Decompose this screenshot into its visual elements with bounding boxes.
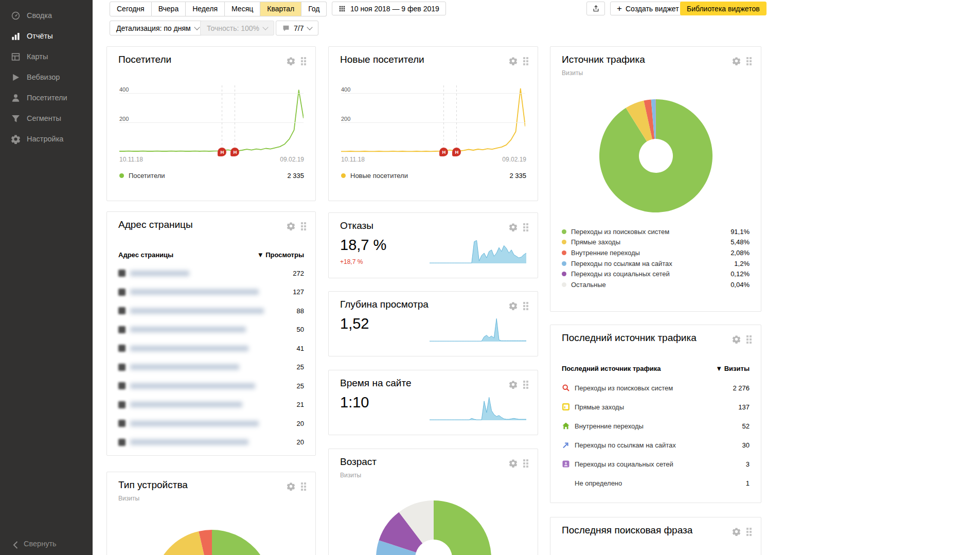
date-range-button[interactable]: 10 ноя 2018 — 9 фев 2019 xyxy=(332,2,446,15)
last-source-row[interactable]: Переходы из социальных сетей3 xyxy=(562,458,750,470)
widget-drag-handle[interactable] xyxy=(523,302,528,310)
period-tab-квартал[interactable]: Квартал xyxy=(260,2,301,16)
sidebar-item-settings[interactable]: Настройка xyxy=(0,129,93,149)
internal-icon xyxy=(562,422,570,430)
accuracy-dropdown[interactable]: Точность: 100% xyxy=(200,21,274,35)
sidebar-item-webvisor[interactable]: Вебвизор xyxy=(0,67,93,87)
annotation-marker[interactable]: Н xyxy=(218,148,226,156)
chart-legend[interactable]: Новые посетители 2 335 xyxy=(341,172,526,180)
period-tab-неделя[interactable]: Неделя xyxy=(186,2,225,16)
views-value: 21 xyxy=(297,401,304,408)
widget-settings-icon[interactable] xyxy=(509,380,518,389)
y-axis-tick-label: 200 xyxy=(119,116,129,122)
annotation-marker[interactable]: Н xyxy=(452,148,461,156)
annotation-marker[interactable]: Н xyxy=(439,148,448,156)
page-url-row[interactable]: 25 xyxy=(118,378,304,393)
legend-item[interactable]: Переходы из социальных сетей0,12% xyxy=(562,268,750,279)
source-label: Переходы по ссылкам на сайтах xyxy=(575,441,676,449)
widget-settings-icon[interactable] xyxy=(509,459,518,468)
legend-value: 91,1% xyxy=(730,228,750,236)
page-url-row[interactable]: 20 xyxy=(118,416,304,431)
legend-label: Остальные xyxy=(571,281,730,289)
widget-drag-handle[interactable] xyxy=(523,57,528,65)
legend-label: Внутренние переходы xyxy=(571,249,730,257)
legend-item[interactable]: Переходы по ссылкам на сайтах1,2% xyxy=(562,258,750,269)
page-url-row[interactable]: 127 xyxy=(118,284,304,300)
last-source-row[interactable]: Переходы из поисковых систем2 276 xyxy=(562,382,750,394)
legend-value: 5,48% xyxy=(730,238,750,246)
column-header-views[interactable]: ▼ Просмотры xyxy=(257,251,304,259)
page-url-row[interactable]: 272 xyxy=(118,265,304,281)
export-button[interactable] xyxy=(586,2,605,15)
source-label: Переходы из социальных сетей xyxy=(575,460,673,468)
page-url-row[interactable]: 20 xyxy=(118,435,304,450)
widget-drag-handle[interactable] xyxy=(746,335,752,344)
widget-settings-icon[interactable] xyxy=(509,301,518,310)
sidebar-item-maps[interactable]: Карты xyxy=(0,46,93,67)
widget-drag-handle[interactable] xyxy=(746,528,752,536)
sidebar-item-reports[interactable]: Отчёты xyxy=(0,26,93,46)
column-header-visits[interactable]: ▼ Визиты xyxy=(716,365,750,372)
time-on-site-value: 1:10 xyxy=(340,394,369,411)
last-source-row[interactable]: Не определено1 xyxy=(562,477,750,489)
goals-dropdown[interactable]: 7/7 xyxy=(276,21,318,35)
depth-widget: Глубина просмотра 1,52 xyxy=(328,291,538,356)
sidebar-item-segments[interactable]: Сегменты xyxy=(0,108,93,129)
period-tab-месяц[interactable]: Месяц xyxy=(225,2,260,16)
legend-item[interactable]: Переходы из поисковых систем91,1% xyxy=(562,226,750,237)
widget-subtitle: Визиты xyxy=(118,495,139,502)
depth-sparkline xyxy=(430,316,526,342)
page-url-row[interactable]: 21 xyxy=(118,397,304,413)
widget-drag-handle[interactable] xyxy=(301,222,306,230)
legend-item[interactable]: Прямые заходы5,48% xyxy=(562,237,750,248)
widget-settings-icon[interactable] xyxy=(732,335,741,344)
annotation-marker[interactable]: Н xyxy=(230,148,239,156)
widget-title: Глубина просмотра xyxy=(340,299,429,310)
widget-settings-icon[interactable] xyxy=(732,527,741,536)
period-tab-вчера[interactable]: Вчера xyxy=(152,2,186,16)
last-source-row[interactable]: Переходы по ссылкам на сайтах30 xyxy=(562,439,750,451)
widget-settings-icon[interactable] xyxy=(732,57,741,65)
last-source-row[interactable]: Прямые заходы137 xyxy=(562,401,750,413)
widget-drag-handle[interactable] xyxy=(301,57,306,65)
widget-settings-icon[interactable] xyxy=(287,482,295,491)
period-tab-сегодня[interactable]: Сегодня xyxy=(110,2,152,16)
views-value: 25 xyxy=(297,382,304,390)
chart-legend[interactable]: Посетители 2 335 xyxy=(119,172,304,180)
goals-label: 7/7 xyxy=(294,24,304,32)
column-header-source[interactable]: Последний источник трафика xyxy=(562,365,661,372)
create-widget-button[interactable]: + Создать виджет xyxy=(610,2,686,15)
page-url-row[interactable]: 50 xyxy=(118,322,304,337)
widget-settings-icon[interactable] xyxy=(287,222,295,230)
widget-library-button[interactable]: Библиотека виджетов xyxy=(680,2,767,15)
legend-item[interactable]: Остальные0,04% xyxy=(562,279,750,290)
widget-drag-handle[interactable] xyxy=(523,223,528,231)
widget-drag-handle[interactable] xyxy=(523,459,528,468)
page-url-row[interactable]: 88 xyxy=(118,303,304,318)
sidebar-item-visitors[interactable]: Посетители xyxy=(0,87,93,108)
annotation-dashed-line xyxy=(456,85,457,152)
views-value: 20 xyxy=(297,420,304,427)
legend-label: Новые посетители xyxy=(350,172,509,180)
plus-icon: + xyxy=(617,4,622,13)
detalization-dropdown[interactable]: Детализация: по дням xyxy=(110,21,206,35)
page-url-row[interactable]: 41 xyxy=(118,341,304,356)
sidebar-collapse-button[interactable]: Свернуть xyxy=(11,540,57,548)
widget-settings-icon[interactable] xyxy=(287,57,295,65)
column-header-url[interactable]: Адрес страницы xyxy=(118,251,173,259)
widget-settings-icon[interactable] xyxy=(509,223,518,231)
page-url-row[interactable]: 25 xyxy=(118,360,304,375)
y-axis-tick-label: 400 xyxy=(119,86,129,93)
widget-drag-handle[interactable] xyxy=(746,57,752,65)
legend-item[interactable]: Внутренние переходы2,08% xyxy=(562,247,750,258)
sidebar-item-summary[interactable]: Сводка xyxy=(0,5,93,26)
widget-settings-icon[interactable] xyxy=(509,57,518,65)
blurred-url xyxy=(130,383,255,389)
period-tab-год[interactable]: Год xyxy=(301,2,327,16)
widget-drag-handle[interactable] xyxy=(301,482,306,491)
widget-drag-handle[interactable] xyxy=(523,381,528,389)
last-source-row[interactable]: Внутренние переходы52 xyxy=(562,420,750,432)
views-value: 272 xyxy=(293,270,304,277)
calendar-icon xyxy=(338,5,346,12)
favicon xyxy=(118,307,126,314)
